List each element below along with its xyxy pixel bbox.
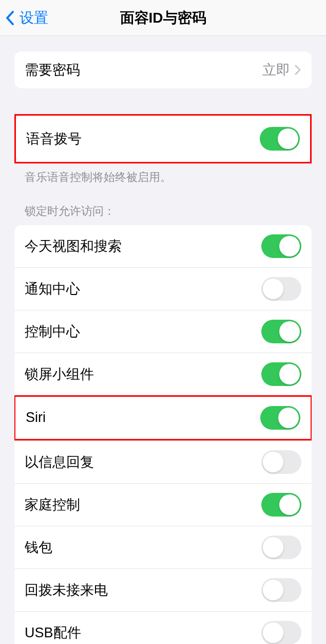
back-button[interactable]: 设置 [0, 8, 48, 28]
back-label: 设置 [20, 8, 48, 28]
voice-dial-section-highlight: 语音拨号 [14, 114, 312, 163]
return-missed-calls-row: 回拨未接来电 [14, 568, 312, 611]
control-center-toggle[interactable] [261, 320, 301, 343]
reply-with-message-row: 以信息回复 [14, 440, 312, 483]
wallet-label: 钱包 [25, 538, 52, 557]
return-missed-calls-toggle[interactable] [261, 578, 301, 602]
wallet-toggle[interactable] [261, 536, 301, 559]
lock-screen-widgets-label: 锁屏小组件 [25, 365, 94, 383]
control-center-label: 控制中心 [25, 322, 80, 341]
today-view-toggle[interactable] [261, 234, 301, 258]
reply-with-message-toggle[interactable] [261, 450, 301, 474]
home-control-label: 家庭控制 [25, 495, 80, 514]
page-title: 面容ID与密码 [120, 8, 206, 28]
chevron-left-icon [5, 10, 14, 26]
today-view-row: 今天视图和搜索 [14, 225, 312, 267]
voice-dial-footer: 音乐语音控制将始终被启用。 [0, 163, 326, 186]
today-view-label: 今天视图和搜索 [25, 237, 122, 255]
require-passcode-row[interactable]: 需要密码 立即 [14, 51, 312, 88]
lock-access-header: 锁定时允许访问： [0, 204, 326, 225]
navigation-header: 设置 面容ID与密码 [0, 0, 326, 36]
require-passcode-label: 需要密码 [25, 61, 80, 79]
passcode-section: 需要密码 立即 [14, 51, 312, 88]
chevron-right-icon [294, 64, 301, 76]
lock-screen-widgets-row: 锁屏小组件 [14, 353, 312, 395]
require-passcode-value: 立即 [262, 61, 290, 79]
notification-center-row: 通知中心 [14, 267, 312, 310]
usb-accessories-toggle[interactable] [261, 621, 301, 644]
return-missed-calls-label: 回拨未接来电 [25, 581, 108, 599]
lock-screen-widgets-toggle[interactable] [261, 362, 301, 386]
control-center-row: 控制中心 [14, 310, 312, 353]
usb-accessories-label: USB配件 [25, 623, 81, 642]
siri-toggle[interactable] [260, 406, 300, 430]
voice-dial-label: 语音拨号 [26, 130, 82, 148]
usb-accessories-row: USB配件 [14, 611, 312, 644]
notification-center-label: 通知中心 [25, 280, 80, 298]
siri-label: Siri [26, 410, 46, 426]
siri-row: Siri [14, 395, 312, 440]
wallet-row: 钱包 [14, 526, 312, 568]
home-control-row: 家庭控制 [14, 483, 312, 526]
reply-with-message-label: 以信息回复 [25, 453, 94, 471]
home-control-toggle[interactable] [261, 493, 301, 517]
voice-dial-toggle[interactable] [260, 127, 300, 151]
lock-access-section: 今天视图和搜索通知中心控制中心锁屏小组件Siri以信息回复家庭控制钱包回拨未接来… [14, 225, 312, 644]
voice-dial-row: 语音拨号 [16, 116, 310, 162]
notification-center-toggle[interactable] [261, 277, 301, 301]
